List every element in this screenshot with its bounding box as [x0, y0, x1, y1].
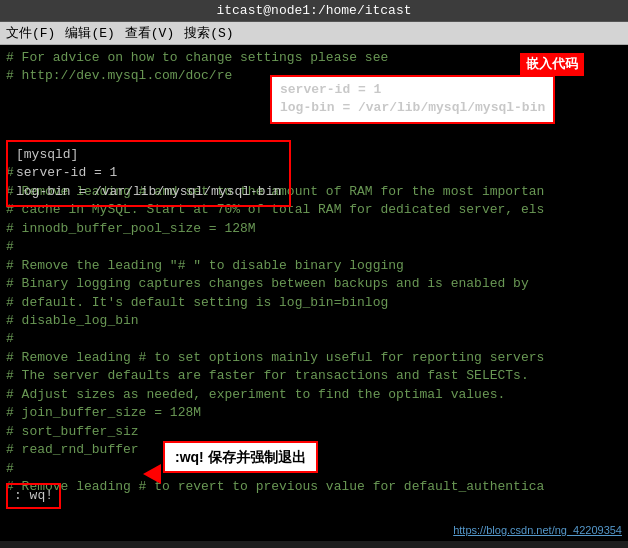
title-bar: itcast@node1:/home/itcast [0, 0, 628, 22]
mysqld-line-3: log-bin = /var/lib/mysql/mysql-bin [16, 183, 281, 201]
editor-line: # disable_log_bin [6, 312, 622, 330]
editor-line: # sort_buffer_siz [6, 423, 622, 441]
editor-line: # innodb_buffer_pool_size = 128M [6, 220, 622, 238]
editor-area: 嵌入代码 server-id = 1 log-bin = /var/lib/my… [0, 45, 628, 541]
mysqld-config-box: [mysqld] server-id = 1 log-bin = /var/li… [6, 140, 291, 207]
mysqld-line-2: server-id = 1 [16, 164, 281, 182]
embed-line-2: log-bin = /var/lib/mysql/mysql-bin [280, 99, 545, 117]
editor-line: # join_buffer_size = 128M [6, 404, 622, 422]
editor-line: # default. It's default setting is log_b… [6, 294, 622, 312]
arrow-icon [143, 464, 161, 484]
mysqld-line-1: [mysqld] [16, 146, 281, 164]
watermark: https://blog.csdn.net/ng_42209354 [453, 523, 622, 539]
embed-code-box: server-id = 1 log-bin = /var/lib/mysql/m… [270, 75, 555, 124]
wq-annotation: :wq! 保存并强制退出 [163, 441, 318, 473]
editor-line: # Remove the leading "# " to disable bin… [6, 257, 622, 275]
menu-file[interactable]: 文件(F) [6, 24, 55, 42]
editor-line: # The server defaults are faster for tra… [6, 367, 622, 385]
embed-line-1: server-id = 1 [280, 81, 545, 99]
embed-code-label: 嵌入代码 [520, 53, 584, 76]
menu-bar: 文件(F) 编辑(E) 查看(V) 搜索(S) [0, 22, 628, 45]
editor-line: # Remove leading # to revert to previous… [6, 478, 622, 496]
wq-input-box: : wq! [6, 483, 61, 509]
wq-command-line: : wq! [14, 487, 53, 505]
editor-line: # [6, 330, 622, 348]
menu-edit[interactable]: 编辑(E) [65, 24, 114, 42]
title-text: itcast@node1:/home/itcast [216, 3, 411, 18]
menu-view[interactable]: 查看(V) [125, 24, 174, 42]
editor-line: # Binary logging captures changes betwee… [6, 275, 622, 293]
menu-search[interactable]: 搜索(S) [184, 24, 233, 42]
editor-line: # Remove leading # to set options mainly… [6, 349, 622, 367]
editor-line: # [6, 238, 622, 256]
editor-line: # Adjust sizes as needed, experiment to … [6, 386, 622, 404]
